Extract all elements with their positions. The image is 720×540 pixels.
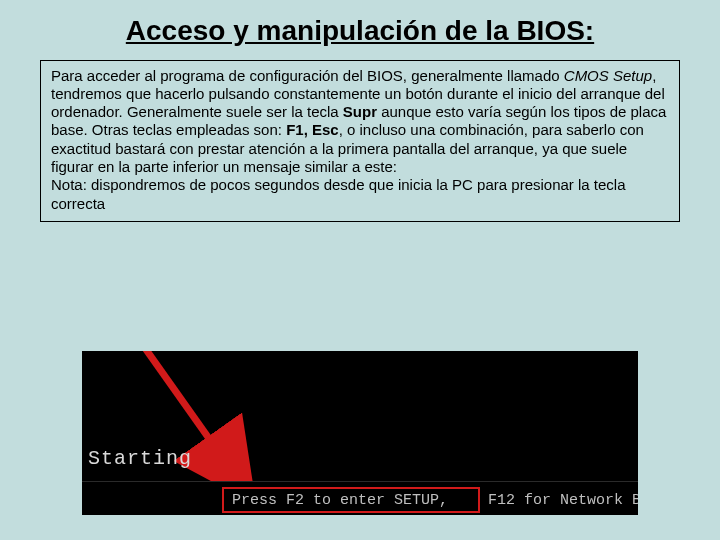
body-paragraph: Para acceder al programa de configuració… [51, 67, 669, 177]
boot-footer-rest: F12 for Network Boot, [488, 492, 638, 509]
body-seg6: F1, Esc [286, 121, 339, 138]
body-seg1: Para acceder al programa de configuració… [51, 67, 564, 84]
boot-starting-text: Starting [88, 447, 192, 470]
boot-screenshot: Starting Press F2 to enter SETUP, F12 fo… [82, 351, 638, 515]
content-box: Para acceder al programa de configuració… [40, 60, 680, 222]
slide-title: Acceso y manipulación de la BIOS: [40, 14, 680, 48]
body-seg2: CMOS Setup [564, 67, 652, 84]
body-seg4: Supr [343, 103, 377, 120]
red-arrow-icon [112, 351, 272, 491]
boot-footer-setup: Press F2 to enter SETUP, [232, 492, 448, 509]
body-note: Nota: dispondremos de pocos segundos des… [51, 176, 669, 213]
